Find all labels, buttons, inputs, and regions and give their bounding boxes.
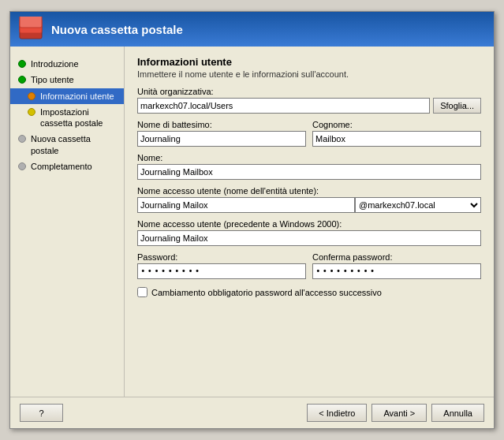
sidebar-item-tipo-utente[interactable]: Tipo utente <box>10 72 124 88</box>
dialog-footer: ? < Indietro Avanti > Annulla <box>10 397 494 428</box>
full-name-group: Nome: <box>137 153 481 180</box>
sidebar-item-informazioni-utente[interactable]: Informazioni utente <box>10 88 124 104</box>
first-name-label: Nome di battesimo: <box>137 120 306 129</box>
sidebar-item-completamento[interactable]: Completamento <box>10 158 124 174</box>
confirm-password-col: Conferma password: <box>312 252 481 279</box>
dot-impostazioni <box>28 108 35 116</box>
org-unit-row: Sfoglia... <box>137 98 481 114</box>
section-desc: Immettere il nome utente e le informazio… <box>137 69 481 79</box>
password-label: Password: <box>137 252 306 262</box>
confirm-password-input[interactable] <box>312 263 481 279</box>
main-content: Informazioni utente Immettere il nome ut… <box>125 47 494 397</box>
dot-completamento <box>18 162 26 170</box>
dialog-body: Introduzione Tipo utente Informazioni ut… <box>10 47 494 397</box>
dot-nuova <box>18 135 26 143</box>
footer-left: ? <box>20 404 307 422</box>
sidebar-item-introduzione[interactable]: Introduzione <box>10 56 124 72</box>
mailbox-icon <box>18 17 43 42</box>
password-col: Password: <box>137 252 306 279</box>
dot-tipo-utente <box>18 76 26 84</box>
pre2000-group: Nome accesso utente (precedente a Window… <box>137 219 481 246</box>
last-name-input[interactable] <box>312 131 481 147</box>
dot-introduzione <box>18 60 26 68</box>
last-name-col: Cognome: <box>312 120 481 147</box>
back-button[interactable]: < Indietro <box>307 404 367 422</box>
sidebar-item-nuova-cassetta[interactable]: Nuova cassetta postale <box>10 131 124 158</box>
sidebar-label-impostazioni: Impostazioni cassetta postale <box>40 106 116 129</box>
password-two-col: Password: Conferma password: <box>137 252 481 279</box>
logon-name-input[interactable] <box>137 197 355 213</box>
section-title: Informazioni utente <box>137 56 481 68</box>
first-name-input[interactable] <box>137 131 306 147</box>
footer-right: < Indietro Avanti > Annulla <box>307 404 484 422</box>
help-button[interactable]: ? <box>20 404 63 422</box>
sidebar-label-tipo-utente: Tipo utente <box>31 74 74 85</box>
checkbox-row: Cambiamento obbligatorio password all'ac… <box>137 287 481 297</box>
password-group: Password: Conferma password: <box>137 252 481 279</box>
confirm-password-label: Conferma password: <box>312 252 481 262</box>
checkbox-label: Cambiamento obbligatorio password all'ac… <box>151 288 382 297</box>
sidebar-label-informazioni: Informazioni utente <box>40 91 114 102</box>
main-dialog: Nuova cassetta postale Introduzione Tipo… <box>9 11 495 429</box>
first-name-col: Nome di battesimo: <box>137 120 306 147</box>
name-two-col: Nome di battesimo: Cognome: <box>137 120 481 147</box>
pre2000-input[interactable] <box>137 230 481 246</box>
force-password-change-checkbox[interactable] <box>137 287 147 297</box>
logon-name-label: Nome accesso utente (nome dell'entità ut… <box>137 186 481 196</box>
logon-name-row: @markexch07.local <box>137 197 481 213</box>
logon-name-group: Nome accesso utente (nome dell'entità ut… <box>137 186 481 213</box>
domain-select[interactable]: @markexch07.local <box>355 197 481 213</box>
next-button[interactable]: Avanti > <box>371 404 427 422</box>
dialog-title: Nuova cassetta postale <box>51 23 183 36</box>
org-unit-label: Unità organizzativa: <box>137 87 481 96</box>
org-unit-input[interactable] <box>137 98 430 114</box>
sidebar-label-introduzione: Introduzione <box>31 58 79 69</box>
last-name-label: Cognome: <box>312 120 481 129</box>
sfoglia-button[interactable]: Sfoglia... <box>433 98 481 114</box>
pre2000-label: Nome accesso utente (precedente a Window… <box>137 219 481 229</box>
sidebar: Introduzione Tipo utente Informazioni ut… <box>10 47 125 397</box>
sidebar-label-nuova: Nuova cassetta postale <box>31 133 116 156</box>
sidebar-item-impostazioni[interactable]: Impostazioni cassetta postale <box>10 104 124 132</box>
full-name-label: Nome: <box>137 153 481 162</box>
full-name-input[interactable] <box>137 164 481 180</box>
dot-informazioni <box>28 92 35 100</box>
org-unit-group: Unità organizzativa: Sfoglia... <box>137 87 481 114</box>
name-group: Nome di battesimo: Cognome: <box>137 120 481 147</box>
cancel-button[interactable]: Annulla <box>431 404 484 422</box>
sidebar-label-completamento: Completamento <box>31 161 92 172</box>
title-bar: Nuova cassetta postale <box>10 12 494 47</box>
password-input[interactable] <box>137 263 306 279</box>
svg-rect-3 <box>20 17 42 28</box>
